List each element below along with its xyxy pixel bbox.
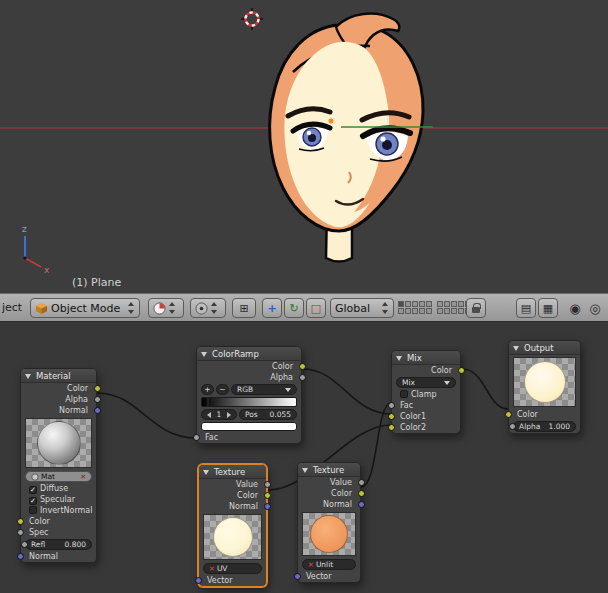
layer-toggle[interactable] bbox=[405, 308, 411, 314]
option-diffuse[interactable]: ✓Diffuse bbox=[21, 483, 96, 494]
socket-alpha-in[interactable] bbox=[509, 423, 516, 430]
socket-color-in[interactable] bbox=[505, 411, 512, 418]
node-colorramp-header[interactable]: ColorRamp bbox=[197, 347, 301, 361]
layer-toggle[interactable] bbox=[437, 301, 443, 307]
collapse-icon[interactable] bbox=[302, 468, 308, 473]
layer-toggle[interactable] bbox=[451, 308, 457, 314]
ramp-index-stepper[interactable]: 1 bbox=[201, 409, 237, 420]
orientation-dropdown[interactable]: Global bbox=[330, 298, 394, 318]
layer-toggle[interactable] bbox=[444, 301, 450, 307]
arrow-right-icon[interactable] bbox=[227, 412, 231, 418]
layer-toggle[interactable] bbox=[412, 308, 418, 314]
socket-value-out[interactable] bbox=[358, 479, 365, 486]
collapse-icon[interactable] bbox=[513, 346, 519, 351]
socket-alpha-out[interactable] bbox=[94, 396, 101, 403]
refl-slider[interactable]: Refl0.800 bbox=[25, 539, 92, 550]
socket-color-out[interactable] bbox=[264, 492, 271, 499]
material-datablock-field[interactable]: Mat ✕ bbox=[25, 471, 92, 482]
layer-toggle[interactable] bbox=[405, 301, 411, 307]
layer-toggle[interactable] bbox=[458, 308, 464, 314]
socket-normal-out[interactable] bbox=[264, 503, 271, 510]
ramp-add-button[interactable]: + bbox=[201, 384, 214, 395]
mode-dropdown[interactable]: Object Mode bbox=[30, 298, 140, 318]
checkbox-icon[interactable] bbox=[29, 506, 37, 514]
ramp-mode-dropdown[interactable]: RGB bbox=[231, 384, 297, 395]
layer-toggle[interactable] bbox=[419, 301, 425, 307]
node-texture2-header[interactable]: Texture bbox=[298, 463, 360, 477]
manipulator-translate-button[interactable]: + bbox=[262, 298, 282, 318]
socket-color-out[interactable] bbox=[299, 363, 306, 370]
socket-normal-in[interactable] bbox=[17, 553, 24, 560]
layer-toggle[interactable] bbox=[444, 308, 450, 314]
layer-toggle[interactable] bbox=[426, 301, 432, 307]
snap-toggle-button[interactable]: ◉ bbox=[566, 298, 584, 318]
socket-value-out[interactable] bbox=[264, 481, 271, 488]
collapse-icon[interactable] bbox=[25, 374, 31, 379]
collapse-icon[interactable] bbox=[201, 352, 207, 357]
manipulator-rotate-button[interactable]: ↻ bbox=[284, 298, 304, 318]
node-output[interactable]: Output Color Alpha1.000 bbox=[508, 340, 581, 434]
node-editor[interactable]: Material Color Alpha Normal Mat ✕ ✓Diffu… bbox=[0, 322, 608, 593]
shading-dropdown[interactable] bbox=[148, 298, 184, 318]
render-image-button[interactable]: ▤ bbox=[516, 298, 536, 318]
texture1-datablock-field[interactable]: ✕ UV bbox=[203, 563, 262, 574]
arrow-left-icon[interactable] bbox=[207, 412, 211, 418]
socket-color-out[interactable] bbox=[94, 385, 101, 392]
layer-toggle[interactable] bbox=[398, 308, 404, 314]
socket-normal-out[interactable] bbox=[94, 407, 101, 414]
socket-color-out[interactable] bbox=[458, 367, 465, 374]
socket-normal-out[interactable] bbox=[358, 501, 365, 508]
node-material[interactable]: Material Color Alpha Normal Mat ✕ ✓Diffu… bbox=[20, 368, 97, 563]
layer-toggle[interactable] bbox=[451, 301, 457, 307]
mix-blend-dropdown[interactable]: Mix bbox=[396, 377, 456, 388]
layer-toggle[interactable] bbox=[426, 308, 432, 314]
pivot-dropdown[interactable] bbox=[190, 298, 226, 318]
socket-fac-in[interactable] bbox=[388, 402, 395, 409]
socket-color2-in[interactable] bbox=[388, 424, 395, 431]
alpha-slider[interactable]: Alpha1.000 bbox=[513, 421, 576, 432]
layer-toggle[interactable] bbox=[412, 301, 418, 307]
menu-object-partial[interactable]: ject bbox=[2, 301, 22, 314]
socket-vector-in[interactable] bbox=[294, 573, 301, 580]
node-mix-header[interactable]: Mix bbox=[392, 351, 460, 365]
collapse-icon[interactable] bbox=[203, 470, 209, 475]
close-icon[interactable]: ✕ bbox=[80, 473, 86, 481]
node-colorramp[interactable]: ColorRamp Color Alpha + − RGB 1 Pos0.055 bbox=[196, 346, 302, 444]
collapse-icon[interactable] bbox=[396, 356, 402, 361]
texture2-datablock-field[interactable]: ✕ Unlit bbox=[302, 559, 356, 570]
ramp-stop-marker[interactable] bbox=[207, 397, 209, 407]
socket-spec-in[interactable] bbox=[17, 529, 24, 536]
layer-toggle[interactable] bbox=[437, 308, 443, 314]
manipulator-scale-button[interactable]: □ bbox=[306, 298, 326, 318]
proportional-toggle-button[interactable]: ◎ bbox=[586, 298, 604, 318]
ramp-delete-button[interactable]: − bbox=[216, 384, 229, 395]
socket-color-out[interactable] bbox=[358, 490, 365, 497]
checkbox-checked-icon[interactable]: ✓ bbox=[29, 486, 37, 494]
viewport-3d[interactable]: z x (1) Plane bbox=[0, 0, 608, 293]
node-material-header[interactable]: Material bbox=[21, 369, 96, 383]
socket-color-in[interactable] bbox=[17, 518, 24, 525]
checkbox-checked-icon[interactable]: ✓ bbox=[29, 497, 37, 505]
socket-alpha-out[interactable] bbox=[299, 374, 306, 381]
socket-color1-in[interactable] bbox=[388, 413, 395, 420]
ramp-color-swatch[interactable] bbox=[201, 422, 297, 431]
node-texture-2[interactable]: Texture Value Color Normal ✕ Unlit Vecto… bbox=[297, 462, 361, 583]
socket-refl-in[interactable] bbox=[21, 541, 28, 548]
socket-vector-in[interactable] bbox=[195, 577, 202, 584]
snap-element-button[interactable]: ⊞ bbox=[232, 298, 256, 318]
ramp-gradient[interactable] bbox=[201, 397, 297, 407]
ramp-pos-slider[interactable]: Pos0.055 bbox=[239, 409, 297, 420]
lock-button[interactable] bbox=[466, 298, 486, 318]
unlink-icon[interactable]: ✕ bbox=[308, 561, 314, 569]
socket-fac-in[interactable] bbox=[193, 434, 200, 441]
layer-toggle[interactable] bbox=[398, 301, 404, 307]
node-mix[interactable]: Mix Color Mix Clamp Fac Color1 Color2 bbox=[391, 350, 461, 434]
option-specular[interactable]: ✓Specular bbox=[21, 494, 96, 505]
checkbox-icon[interactable] bbox=[400, 390, 408, 398]
option-invertnormal[interactable]: InvertNormal bbox=[21, 505, 96, 516]
node-output-header[interactable]: Output bbox=[509, 341, 580, 355]
layer-toggle[interactable] bbox=[458, 301, 464, 307]
node-texture-1[interactable]: Texture Value Color Normal ✕ UV Vector bbox=[198, 464, 267, 587]
render-animation-button[interactable]: ▦ bbox=[538, 298, 558, 318]
node-texture1-header[interactable]: Texture bbox=[199, 465, 266, 479]
